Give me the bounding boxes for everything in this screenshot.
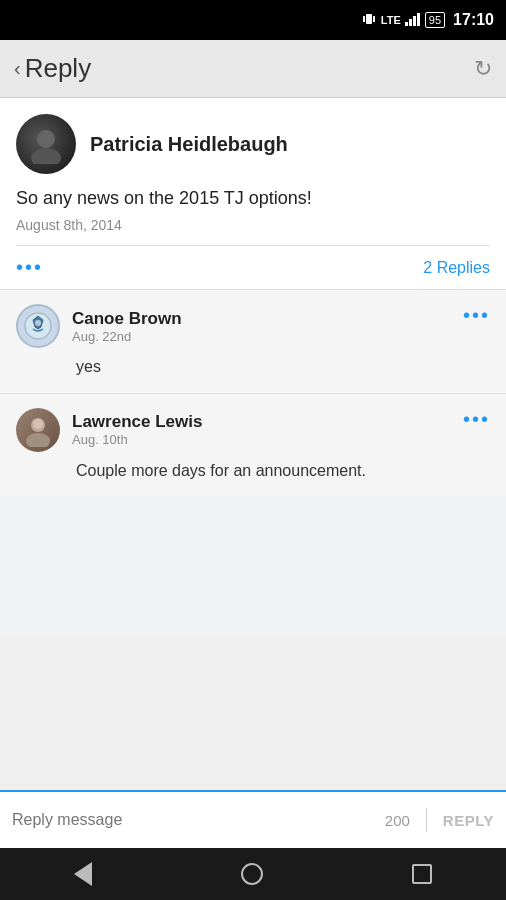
replies-count[interactable]: 2 Replies <box>423 259 490 277</box>
replies-section: Canoe Brown Aug. 22nd ••• yes Lawrence <box>0 290 506 496</box>
nav-recents-icon[interactable] <box>412 864 432 884</box>
lte-icon: LTE <box>381 14 401 26</box>
post-menu-dots[interactable]: ••• <box>16 256 43 279</box>
avatar <box>16 408 60 452</box>
reply-header: Canoe Brown Aug. 22nd ••• <box>16 304 490 348</box>
reply-item: Canoe Brown Aug. 22nd ••• yes <box>0 290 506 393</box>
svg-rect-1 <box>363 16 365 22</box>
char-count: 200 <box>378 812 410 829</box>
reply-author: Lawrence Lewis <box>72 412 202 432</box>
post-footer: ••• 2 Replies <box>16 246 490 289</box>
svg-point-13 <box>33 419 43 429</box>
battery-icon: 95 <box>425 12 445 28</box>
svg-rect-3 <box>405 22 408 26</box>
reply-date: Aug. 10th <box>72 432 202 447</box>
nav-back-icon[interactable] <box>74 862 92 886</box>
vibrate-icon <box>361 11 377 30</box>
svg-point-7 <box>37 130 55 148</box>
nav-home-icon[interactable] <box>241 863 263 885</box>
post-header: Patricia Heidlebaugh <box>16 114 490 174</box>
svg-rect-6 <box>417 13 420 26</box>
page-title: Reply <box>25 53 91 84</box>
reply-bar: 200 REPLY <box>0 790 506 848</box>
svg-point-8 <box>31 148 61 164</box>
reply-menu-dots[interactable]: ••• <box>463 304 490 327</box>
reply-message: Couple more days for an announcement. <box>76 460 490 482</box>
svg-rect-5 <box>413 16 416 26</box>
reply-input[interactable] <box>12 811 370 829</box>
signal-icon <box>405 12 421 29</box>
status-time: 17:10 <box>453 11 494 29</box>
post-author: Patricia Heidlebaugh <box>90 133 288 156</box>
svg-point-10 <box>35 320 41 326</box>
avatar <box>16 304 60 348</box>
reply-divider <box>426 808 427 832</box>
reply-author-info: Lawrence Lewis Aug. 10th <box>72 412 202 447</box>
back-arrow-icon[interactable]: ‹ <box>14 57 21 80</box>
svg-rect-2 <box>373 16 375 22</box>
header-left[interactable]: ‹ Reply <box>14 53 91 84</box>
reply-item: Lawrence Lewis Aug. 10th ••• Couple more… <box>0 394 506 496</box>
svg-point-12 <box>26 433 50 447</box>
bottom-nav <box>0 848 506 900</box>
status-icons: LTE 95 17:10 <box>361 11 494 30</box>
reply-header-left: Canoe Brown Aug. 22nd <box>16 304 182 348</box>
refresh-icon[interactable]: ↻ <box>474 56 492 82</box>
reply-send-button[interactable]: REPLY <box>443 812 494 829</box>
header: ‹ Reply ↻ <box>0 40 506 98</box>
reply-menu-dots[interactable]: ••• <box>463 408 490 431</box>
reply-header-left: Lawrence Lewis Aug. 10th <box>16 408 202 452</box>
svg-rect-0 <box>366 14 372 24</box>
original-post: Patricia Heidlebaugh So any news on the … <box>0 98 506 289</box>
avatar <box>16 114 76 174</box>
post-date: August 8th, 2014 <box>16 217 490 233</box>
empty-area <box>0 496 506 636</box>
reply-author: Canoe Brown <box>72 309 182 329</box>
post-message: So any news on the 2015 TJ options! <box>16 186 490 211</box>
reply-message: yes <box>76 356 490 378</box>
original-post-container: Patricia Heidlebaugh So any news on the … <box>0 98 506 290</box>
reply-header: Lawrence Lewis Aug. 10th ••• <box>16 408 490 452</box>
reply-date: Aug. 22nd <box>72 329 182 344</box>
svg-rect-4 <box>409 19 412 26</box>
status-bar: LTE 95 17:10 <box>0 0 506 40</box>
reply-author-info: Canoe Brown Aug. 22nd <box>72 309 182 344</box>
